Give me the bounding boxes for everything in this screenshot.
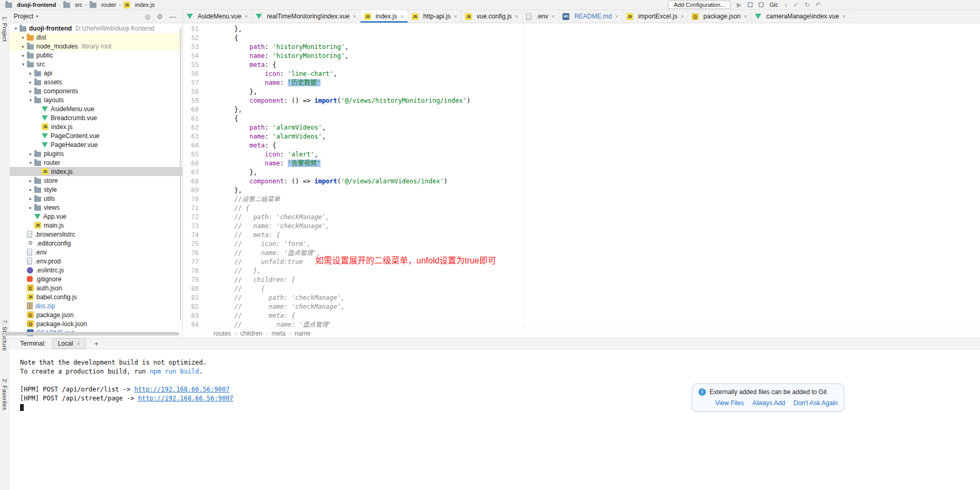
code-line[interactable]: 81 // path: 'checkManage', [183, 293, 980, 302]
code-line[interactable]: 79 // children: [ [183, 276, 980, 285]
close-icon[interactable]: × [353, 13, 356, 19]
editor-tab[interactable]: cameraManage\index.vue× [751, 10, 850, 23]
tree-item[interactable]: ▸style [9, 185, 182, 194]
code-line[interactable]: 68 component: () => import('@/views/alar… [183, 177, 980, 186]
code-line[interactable]: 51 }, [183, 25, 980, 34]
close-icon[interactable]: × [681, 13, 684, 19]
tree-chevron[interactable]: ▾ [27, 160, 34, 165]
git-update-icon[interactable]: ↓ [784, 2, 788, 8]
locate-file-icon[interactable]: ◎ [144, 13, 150, 21]
notification-action[interactable]: View Files [715, 399, 744, 407]
code-line[interactable]: 74 // meta: { [183, 231, 980, 240]
tree-item[interactable]: JSmain.js [9, 221, 182, 230]
code-line[interactable]: 59 component: () => import('@/views/hist… [183, 96, 980, 105]
code-line[interactable]: 60 }, [183, 105, 980, 114]
close-icon[interactable]: × [744, 13, 747, 19]
tree-item[interactable]: App.vue [9, 212, 182, 221]
tree-chevron[interactable]: ▾ [27, 97, 34, 103]
tree-item[interactable]: PageHeader.vue [9, 140, 182, 149]
editor-tab[interactable]: JSindex.js× [361, 10, 408, 23]
tree-chevron[interactable]: ▸ [27, 196, 34, 201]
code-line[interactable]: 63 name: 'alarmVideos', [183, 132, 980, 141]
editor-breadcrumb-item[interactable]: routes [214, 330, 231, 337]
editor[interactable]: 51 },52 {53 path: 'historyMonitoring',54… [183, 23, 980, 328]
code-line[interactable]: 78 // }, [183, 267, 980, 276]
tree-item[interactable]: ▸node_moduleslibrary root [9, 42, 182, 51]
code-line[interactable]: 76 // name: '盘点管理', [183, 249, 980, 258]
tree-item[interactable]: ▸plugins [9, 149, 182, 158]
code-line[interactable]: 55 meta: { [183, 61, 980, 70]
tree-item[interactable]: ▸utils [9, 194, 182, 203]
close-icon[interactable]: × [515, 13, 518, 19]
tree-item[interactable]: {}auth.json [9, 283, 182, 292]
tool-button-favorites[interactable]: 2: Favorites [2, 379, 8, 410]
tree-item[interactable]: {}package.json [9, 310, 182, 319]
hide-panel-icon[interactable]: — [169, 13, 176, 21]
editor-tab[interactable]: JSimportExcel.js× [623, 10, 688, 23]
tree-item[interactable]: ⚙.editorconfig [9, 239, 182, 248]
code-line[interactable]: 80 // { [183, 285, 980, 293]
tree-item[interactable]: Breadcrumb.vue [9, 113, 182, 122]
code-line[interactable]: 53 path: 'historyMonitoring', [183, 43, 980, 52]
editor-tab[interactable]: {}package.json× [688, 10, 751, 23]
code-line[interactable]: 64 meta: { [183, 141, 980, 150]
tree-chevron[interactable]: ▾ [12, 26, 20, 31]
code-area[interactable]: 51 },52 {53 path: 'historyMonitoring',54… [183, 23, 980, 328]
terminal-tab-local[interactable]: Local × [52, 338, 86, 349]
tree-chevron[interactable]: ▸ [27, 80, 34, 85]
tree-item[interactable]: ▸views [9, 203, 182, 212]
code-line[interactable]: 54 name: 'historyMonitoring', [183, 52, 980, 61]
build-icon[interactable] [748, 2, 753, 7]
tree-item[interactable]: .gitignore [9, 275, 182, 283]
code-line[interactable]: 70 //设置二级菜单 [183, 195, 980, 204]
rollback-icon[interactable]: ↶ [816, 2, 821, 8]
editor-tab[interactable]: .env× [522, 10, 559, 23]
editor-tab[interactable]: JShttp-api.js× [408, 10, 461, 23]
tree-chevron[interactable]: ▸ [27, 205, 34, 210]
tree-item[interactable]: .env [9, 248, 182, 257]
notification-action[interactable]: Always Add [752, 399, 785, 407]
tree-chevron[interactable]: ▸ [27, 89, 34, 94]
tree-chevron[interactable]: ▸ [27, 187, 34, 192]
code-line[interactable]: 72 // path: 'checkManage', [183, 213, 980, 222]
tree-item[interactable]: JSindex.js [9, 122, 182, 131]
close-icon[interactable]: × [551, 13, 555, 19]
breadcrumb-item[interactable]: router [88, 2, 119, 8]
tree-item[interactable]: dist.zip [9, 301, 182, 310]
editor-breadcrumb-item[interactable]: name [295, 330, 311, 337]
tree-horizontal-scrollbar[interactable] [1, 332, 179, 336]
code-line[interactable]: 77 // unfold:true [183, 258, 980, 267]
code-line[interactable]: 58 }, [183, 87, 980, 96]
code-line[interactable]: 56 icon: 'line-chart', [183, 70, 980, 79]
tree-item[interactable]: .browserslistrc [9, 230, 182, 239]
code-line[interactable]: 67 }, [183, 168, 980, 177]
history-icon[interactable]: ↻ [804, 2, 810, 8]
terminal-output[interactable]: Note that the development build is not o… [9, 349, 980, 490]
tree-item[interactable]: JSbabel.config.js [9, 292, 182, 301]
code-line[interactable]: 82 // name: 'checkManage', [183, 302, 980, 311]
tree-item[interactable]: AsideMenu.vue [9, 104, 182, 113]
add-configuration-button[interactable]: Add Configuration... [668, 1, 731, 9]
notification-action[interactable]: Don't Ask Again [793, 399, 838, 407]
tree-chevron[interactable]: ▸ [27, 151, 34, 156]
profiler-icon[interactable] [759, 2, 764, 7]
code-line[interactable]: 73 // name: 'checkManage', [183, 222, 980, 231]
editor-tab[interactable]: MDREADME.md× [559, 10, 623, 23]
tree-item[interactable]: PageContent.vue [9, 131, 182, 140]
close-icon[interactable]: × [400, 13, 403, 19]
code-line[interactable]: 71 // { [183, 204, 980, 213]
close-icon[interactable]: × [454, 13, 457, 19]
tree-chevron[interactable]: ▸ [20, 53, 27, 58]
tree-vertical-scrollbar[interactable] [180, 27, 181, 320]
tree-item[interactable]: ▸store [9, 176, 182, 185]
tool-button-project[interactable]: 1: Project [2, 16, 8, 42]
code-line[interactable]: 61 { [183, 114, 980, 123]
tree-item[interactable]: ▸public [9, 51, 182, 60]
code-line[interactable]: 75 // icon: 'form', [183, 240, 980, 249]
code-line[interactable]: 83 // meta: { [183, 311, 980, 320]
code-line[interactable]: 69 }, [183, 186, 980, 195]
tree-item[interactable]: ▸api [9, 68, 182, 77]
gear-icon[interactable]: ⚙ [157, 13, 163, 21]
tree-item[interactable]: .env.prod [9, 257, 182, 266]
tree-item[interactable]: .eslintrc.js [9, 266, 182, 275]
